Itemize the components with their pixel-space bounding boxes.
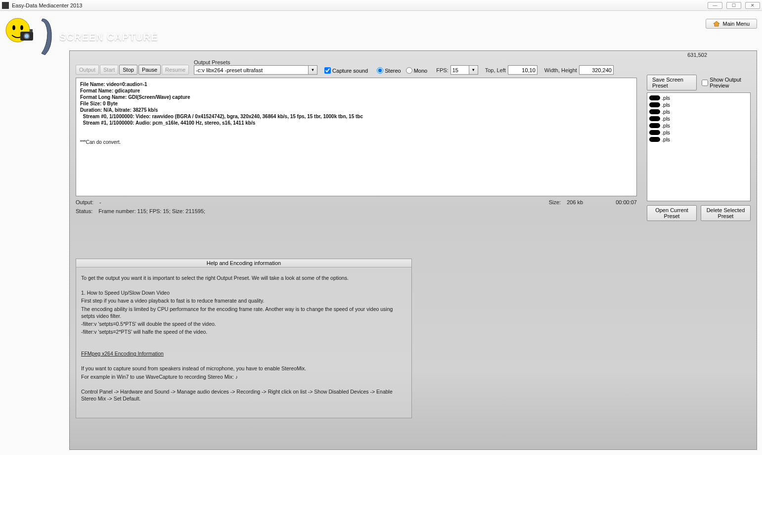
preset-item[interactable]: .pls bbox=[649, 109, 748, 115]
svg-point-1 bbox=[12, 25, 15, 30]
titlebar: Easy-Data Mediacenter 2013 — ☐ ✕ bbox=[0, 0, 762, 11]
fps-label: FPS: bbox=[436, 67, 448, 73]
output-preset-input[interactable] bbox=[194, 65, 309, 75]
show-output-preview-checkbox[interactable]: Show Output Preview bbox=[702, 77, 751, 89]
time-value: 00:00:07 bbox=[616, 199, 637, 205]
preset-item[interactable]: .pls bbox=[649, 123, 748, 129]
resume-button[interactable]: Resume bbox=[162, 65, 189, 75]
preset-item[interactable]: .pls bbox=[649, 116, 748, 122]
app-body: SCREEN CAPTURE Main Menu 631,502 Output … bbox=[0, 11, 762, 455]
preset-redacted-icon bbox=[649, 95, 660, 100]
pause-button[interactable]: Pause bbox=[138, 65, 161, 75]
capture-info-panel: File Name: video=0:audio=-1 Format Name:… bbox=[76, 78, 637, 196]
help-line: 1. How to Speed Up/Slow Down Video bbox=[81, 289, 406, 296]
preset-ext: .pls bbox=[662, 116, 670, 122]
status-label: Status: bbox=[76, 208, 92, 214]
preset-ext: .pls bbox=[662, 102, 670, 108]
preset-redacted-icon bbox=[649, 123, 660, 128]
app-icon bbox=[2, 2, 9, 9]
content-panel: 631,502 Output Start Stop Pause Resume O… bbox=[69, 50, 757, 450]
home-icon bbox=[713, 21, 720, 27]
note-icon: ♪ bbox=[235, 374, 238, 380]
stereo-input[interactable] bbox=[377, 67, 383, 74]
capture-sound-checkbox[interactable]: Capture sound bbox=[324, 67, 368, 74]
preset-list[interactable]: .pls.pls.pls.pls.pls.pls.pls bbox=[647, 92, 751, 201]
width-height-label: Width, Height bbox=[544, 67, 577, 73]
svg-point-2 bbox=[20, 25, 23, 30]
mono-input[interactable] bbox=[406, 67, 412, 74]
preset-ext: .pls bbox=[662, 123, 670, 129]
preset-ext: .pls bbox=[662, 136, 670, 142]
preset-item[interactable]: .pls bbox=[649, 130, 748, 135]
show-output-preview-label: Show Output Preview bbox=[710, 77, 751, 89]
status-row: Status: Frame number: 115; FPS: 15; Size… bbox=[76, 208, 637, 214]
preset-item[interactable]: .pls bbox=[649, 136, 748, 142]
status-value: Frame number: 115; FPS: 15; Size: 211595… bbox=[98, 208, 205, 214]
capture-sound-input[interactable] bbox=[324, 67, 331, 74]
preset-ext: .pls bbox=[662, 130, 670, 135]
help-line: For example in Win7 to use WaveCapture t… bbox=[81, 374, 234, 380]
help-line: -filter:v 'setpts=2*PTS' will halfe the … bbox=[81, 328, 406, 335]
width-height-input[interactable] bbox=[579, 65, 614, 75]
help-line: First step if you have a video playback … bbox=[81, 297, 406, 304]
stereo-radio[interactable]: Stereo bbox=[377, 67, 401, 74]
help-line: To get the output you want it is importa… bbox=[81, 274, 406, 281]
size-value: 206 kb bbox=[567, 199, 583, 205]
mouse-coord-readout: 631,502 bbox=[687, 52, 707, 58]
minimize-button[interactable]: — bbox=[708, 2, 722, 9]
preset-redacted-icon bbox=[649, 109, 660, 114]
help-panel: Help and Encoding information To get the… bbox=[76, 259, 412, 418]
svg-point-5 bbox=[25, 34, 29, 38]
help-line: Control Panel -> Hardware and Sound -> M… bbox=[81, 388, 406, 402]
fps-dropdown[interactable]: ▼ bbox=[469, 65, 478, 75]
maximize-button[interactable]: ☐ bbox=[726, 2, 741, 9]
preset-redacted-icon bbox=[649, 116, 660, 121]
show-output-preview-input[interactable] bbox=[702, 80, 708, 86]
window-title: Easy-Data Mediacenter 2013 bbox=[12, 2, 82, 8]
output-button[interactable]: Output bbox=[76, 65, 99, 75]
stereo-label: Stereo bbox=[385, 68, 401, 74]
preset-redacted-icon bbox=[649, 102, 660, 107]
save-screen-preset-button[interactable]: Save Screen Preset bbox=[647, 75, 697, 90]
main-menu-label: Main Menu bbox=[723, 21, 750, 27]
preset-ext: .pls bbox=[662, 109, 670, 115]
delete-selected-preset-button[interactable]: Delete Selected Preset bbox=[701, 205, 751, 221]
help-body: To get the output you want it is importa… bbox=[76, 267, 411, 418]
mono-radio[interactable]: Mono bbox=[406, 67, 428, 74]
size-label: Size: bbox=[549, 199, 561, 205]
output-status-row: Output: - Size: 206 kb 00:00:07 bbox=[76, 199, 637, 205]
help-line: If you want to capture sound from speake… bbox=[81, 365, 406, 372]
output-preset-dropdown[interactable]: ▼ bbox=[309, 65, 317, 75]
preset-redacted-icon bbox=[649, 130, 660, 135]
preset-item[interactable]: .pls bbox=[649, 102, 748, 108]
help-header: Help and Encoding information bbox=[76, 259, 411, 267]
open-current-preset-button[interactable]: Open Current Preset bbox=[647, 205, 697, 221]
output-presets-label: Output Presets bbox=[194, 59, 317, 65]
help-line: -filter:v 'setpts=0.5*PTS' will double t… bbox=[81, 320, 406, 327]
preset-panel: Save Screen Preset Show Output Preview .… bbox=[647, 75, 751, 221]
preset-ext: .pls bbox=[662, 95, 670, 101]
main-menu-button[interactable]: Main Menu bbox=[706, 19, 757, 29]
close-button[interactable]: ✕ bbox=[745, 2, 760, 9]
output-label: Output: bbox=[76, 199, 93, 205]
stop-button[interactable]: Stop bbox=[119, 65, 137, 75]
app-logo bbox=[3, 13, 57, 57]
capture-sound-label: Capture sound bbox=[332, 68, 368, 74]
top-left-input[interactable] bbox=[508, 65, 538, 75]
mono-label: Mono bbox=[414, 68, 428, 74]
output-value: - bbox=[99, 199, 101, 205]
top-left-label: Top, Left bbox=[485, 67, 506, 73]
capture-toolbar: Output Start Stop Pause Resume Output Pr… bbox=[76, 55, 637, 75]
fps-input[interactable] bbox=[450, 65, 469, 75]
preset-item[interactable]: .pls bbox=[649, 95, 748, 101]
preset-redacted-icon bbox=[649, 137, 660, 142]
svg-rect-6 bbox=[30, 29, 33, 32]
start-button[interactable]: Start bbox=[100, 65, 118, 75]
page-title: SCREEN CAPTURE bbox=[59, 32, 158, 43]
help-link-ffmpeg[interactable]: FFMpeg x264 Encoding Information bbox=[81, 350, 406, 357]
help-line: The encoding ability is limited by CPU p… bbox=[81, 306, 406, 319]
